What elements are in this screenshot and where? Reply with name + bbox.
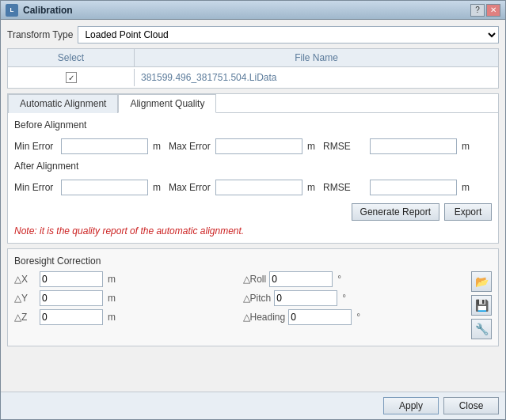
app-icon: L [6,4,18,17]
boresight-side-buttons: 📂 💾 🔧 [471,271,492,339]
roll-field: △Roll ° [243,271,466,287]
after-error-row: Min Error m Max Error m RMSE m [14,178,492,197]
file-table: Select File Name ✓ 381599.496_381751.504… [7,48,499,89]
dx-field: △X m [14,271,237,287]
title-bar-buttons: ? ✕ [470,4,500,17]
after-max-input[interactable] [215,180,302,195]
before-max-unit: m [307,141,315,152]
before-rmse-unit: m [462,141,470,152]
before-min-input[interactable] [61,138,148,154]
pitch-unit: ° [342,293,346,304]
heading-field: △Heading ° [243,309,466,325]
heading-unit: ° [356,312,360,323]
help-button[interactable]: ? [470,4,485,17]
dy-input[interactable] [40,290,103,306]
calibration-window: L Calibration ? ✕ Transform Type Loaded … [0,0,506,420]
dz-label: △Z [14,312,36,323]
boresight-content: △X m △Y m △Z m [14,271,492,339]
transform-type-row: Transform Type Loaded Point Cloud [7,26,499,44]
after-min-unit: m [153,182,161,193]
boresight-rph-col: △Roll ° △Pitch ° △Heading ° [243,271,466,325]
dz-input[interactable] [40,309,103,325]
folder-button[interactable]: 📂 [471,271,492,292]
before-max-input[interactable] [215,138,302,154]
after-rmse-input[interactable] [370,180,457,195]
before-rmse-input[interactable] [370,138,457,154]
boresight-xyz-col: △X m △Y m △Z m [14,271,237,325]
dx-label: △X [14,274,36,285]
after-rmse-label: RMSE [323,182,367,193]
after-max-unit: m [307,182,315,193]
pitch-field: △Pitch ° [243,290,466,306]
main-content: Transform Type Loaded Point Cloud Select… [1,20,505,392]
transform-type-select[interactable]: Loaded Point Cloud [78,26,499,44]
report-buttons-row: Generate Report Export [14,203,492,221]
dz-unit: m [108,312,116,323]
roll-label: △Roll [243,274,267,285]
window-close-button[interactable]: ✕ [486,4,500,17]
roll-unit: ° [337,274,341,285]
col-filename-header: File Name [135,49,498,66]
tool-button[interactable]: 🔧 [471,319,492,339]
after-rmse-unit: m [462,182,470,193]
before-rmse-label: RMSE [323,141,367,152]
after-min-input[interactable] [61,180,148,195]
window-title: Calibration [23,5,470,16]
before-min-unit: m [153,141,161,152]
pitch-input[interactable] [274,290,337,306]
after-min-label: Min Error [14,182,58,193]
dy-field: △Y m [14,290,237,306]
roll-input[interactable] [269,271,333,287]
dx-input[interactable] [40,271,103,287]
file-checkbox-cell[interactable]: ✓ [8,69,135,86]
file-name-cell: 381599.496_381751.504.LiData [135,69,498,86]
tab-alignment-quality[interactable]: Alignment Quality [118,94,216,113]
title-bar: L Calibration ? ✕ [1,1,505,20]
boresight-section: Boresight Correction △X m △Y m △Z [7,248,499,346]
tabs-header: Automatic Alignment Alignment Quality [8,94,498,113]
heading-label: △Heading [243,312,286,323]
bottom-bar: Apply Close [1,392,505,419]
save-button[interactable]: 💾 [471,295,492,316]
before-min-label: Min Error [14,141,58,152]
tabs-container: Automatic Alignment Alignment Quality Be… [7,93,499,244]
file-checkbox[interactable]: ✓ [66,72,77,83]
dy-label: △Y [14,293,36,304]
before-alignment-label: Before Alignment [14,119,492,131]
after-alignment-label: After Alignment [14,161,492,172]
col-select-header: Select [8,49,135,66]
apply-button[interactable]: Apply [383,397,439,414]
generate-report-button[interactable]: Generate Report [352,203,439,221]
close-button[interactable]: Close [443,397,499,414]
file-table-header: Select File Name [8,49,498,67]
before-max-label: Max Error [169,141,212,152]
file-table-row: ✓ 381599.496_381751.504.LiData [8,67,498,88]
transform-type-label: Transform Type [7,29,73,40]
after-max-label: Max Error [169,182,212,193]
alignment-note: Note: it is the quality report of the au… [14,225,492,236]
boresight-title: Boresight Correction [14,255,492,267]
before-error-row: Min Error m Max Error m RMSE m [14,137,492,156]
export-button[interactable]: Export [444,203,492,221]
dx-unit: m [108,274,116,285]
tab-content-alignment-quality: Before Alignment Min Error m Max Error m… [8,113,498,243]
pitch-label: △Pitch [243,293,272,304]
dy-unit: m [108,293,116,304]
tab-automatic-alignment[interactable]: Automatic Alignment [8,94,118,113]
dz-field: △Z m [14,309,237,325]
heading-input[interactable] [288,309,352,325]
